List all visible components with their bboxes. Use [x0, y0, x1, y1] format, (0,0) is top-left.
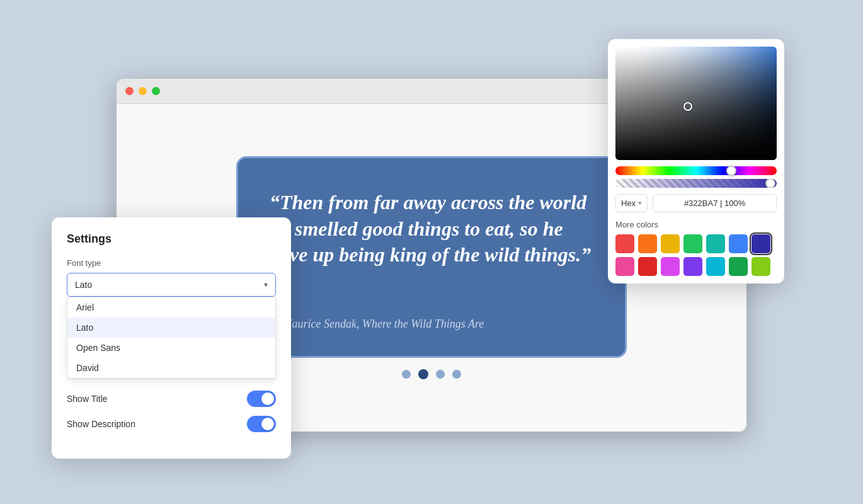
swatch-pink[interactable] — [615, 257, 634, 276]
color-picker-panel: Hex ▾ #322BA7 | 100% More colors — [608, 39, 784, 284]
color-inputs-row: Hex ▾ #322BA7 | 100% — [615, 194, 777, 212]
swatch-fuchsia[interactable] — [661, 257, 680, 276]
chevron-down-icon: ▾ — [264, 280, 268, 289]
slide-card: “Then from far away across the world he … — [236, 156, 627, 358]
show-description-toggle[interactable] — [247, 416, 276, 432]
alpha-slider-wrapper — [615, 179, 777, 188]
settings-divider — [67, 379, 276, 379]
minimize-button[interactable] — [139, 87, 147, 95]
close-button[interactable] — [125, 87, 134, 95]
swatch-row-1 — [615, 234, 777, 253]
slide-attribution: — Maurice Sendak, Where the Wild Things … — [270, 318, 593, 331]
dot-2[interactable] — [418, 369, 428, 379]
slide-container: “Then from far away across the world he … — [236, 156, 627, 379]
color-gradient-area[interactable] — [615, 47, 777, 160]
font-select-display[interactable]: Lato ▾ — [67, 273, 276, 297]
swatch-teal[interactable] — [706, 234, 725, 253]
hue-handle[interactable] — [726, 166, 736, 176]
maximize-button[interactable] — [152, 87, 160, 95]
swatch-indigo[interactable] — [752, 234, 770, 253]
swatch-yellow[interactable] — [661, 234, 680, 253]
show-title-toggle[interactable] — [247, 391, 276, 407]
swatch-red[interactable] — [615, 234, 634, 253]
hex-value-display: #322BA7 | 100% — [684, 198, 745, 208]
hex-type-select[interactable]: Hex ▾ — [615, 194, 648, 212]
hue-slider-wrapper — [615, 166, 777, 175]
gradient-black-overlay — [615, 47, 777, 160]
slide-dots — [402, 369, 461, 379]
alpha-handle[interactable] — [765, 179, 775, 188]
selected-font-label: Lato — [75, 280, 92, 290]
hex-value-input[interactable]: #322BA7 | 100% — [653, 194, 777, 212]
swatch-green[interactable] — [683, 234, 702, 253]
hex-label: Hex — [621, 198, 636, 208]
color-swatches — [615, 234, 777, 276]
font-type-label: Font type — [67, 258, 276, 268]
alpha-slider[interactable] — [615, 179, 777, 188]
dot-4[interactable] — [452, 370, 461, 379]
alpha-overlay — [615, 179, 777, 188]
swatch-orange[interactable] — [638, 234, 657, 253]
settings-panel: Settings Font type Lato ▾ Ariel Lato Ope… — [52, 217, 291, 459]
slide-quote: “Then from far away across the world he … — [270, 190, 593, 268]
swatch-lime[interactable] — [752, 257, 770, 276]
dot-3[interactable] — [436, 370, 445, 379]
swatch-red-dark[interactable] — [638, 257, 657, 276]
show-description-label: Show Description — [67, 419, 135, 429]
swatch-blue[interactable] — [729, 234, 748, 253]
font-dropdown: Ariel Lato Open Sans David — [67, 297, 276, 379]
more-colors-label: More colors — [615, 220, 777, 229]
font-option-david[interactable]: David — [67, 358, 275, 378]
swatch-cyan[interactable] — [706, 257, 725, 276]
color-picker-handle[interactable] — [683, 102, 692, 111]
font-select-wrapper: Lato ▾ Ariel Lato Open Sans David — [67, 273, 276, 297]
show-title-row: Show Title — [67, 391, 276, 407]
swatch-purple[interactable] — [683, 257, 702, 276]
show-description-row: Show Description — [67, 416, 276, 432]
font-option-opensans[interactable]: Open Sans — [67, 338, 275, 358]
settings-title: Settings — [67, 232, 276, 246]
dot-1[interactable] — [402, 370, 411, 379]
hue-slider[interactable] — [615, 166, 777, 175]
font-option-ariel[interactable]: Ariel — [67, 297, 275, 318]
hex-chevron-icon: ▾ — [638, 199, 642, 207]
show-title-label: Show Title — [67, 394, 108, 404]
font-option-lato[interactable]: Lato — [67, 318, 275, 338]
swatch-row-2 — [615, 257, 777, 276]
swatch-green-dark[interactable] — [729, 257, 748, 276]
